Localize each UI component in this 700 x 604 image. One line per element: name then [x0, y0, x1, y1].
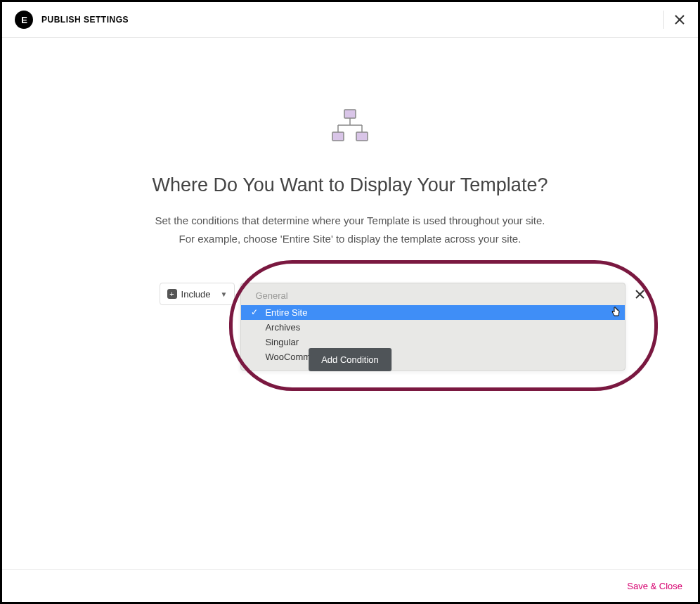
dropdown-group-label: General	[241, 288, 625, 305]
elementor-logo: E	[15, 11, 33, 29]
include-label: Include	[181, 289, 211, 300]
modal-footer: Save & Close	[2, 569, 698, 602]
dropdown-option-singular[interactable]: Singular	[241, 335, 625, 349]
page-title: Where Do You Want to Display Your Templa…	[2, 174, 698, 196]
close-icon[interactable]	[663, 11, 685, 29]
chevron-down-icon: ▼	[221, 290, 228, 298]
dropdown-option-archives[interactable]: Archives	[241, 320, 625, 335]
page-description: Set the conditions that determine where …	[2, 212, 698, 248]
add-condition-button[interactable]: Add Condition	[309, 348, 391, 371]
location-dropdown-container: General Entire Site Archives Singular Wo…	[240, 283, 626, 371]
option-label: Archives	[265, 322, 300, 333]
plus-icon: +	[167, 289, 177, 299]
include-exclude-select[interactable]: + Include ▼	[160, 283, 235, 305]
svg-rect-3	[332, 132, 344, 141]
remove-condition-icon[interactable]	[633, 283, 647, 305]
dropdown-option-entire-site[interactable]: Entire Site	[241, 305, 625, 320]
cursor-hand-icon	[611, 307, 621, 320]
description-line-2: For example, choose 'Entire Site' to dis…	[2, 230, 698, 248]
svg-rect-2	[344, 110, 356, 118]
dropdown-option-woocommerce[interactable]: WooCommerce	[241, 349, 625, 364]
location-dropdown[interactable]: General Entire Site Archives Singular Wo…	[240, 283, 626, 371]
logo-text: E	[21, 15, 27, 25]
save-close-button[interactable]: Save & Close	[627, 581, 682, 591]
svg-rect-4	[356, 132, 368, 141]
description-line-1: Set the conditions that determine where …	[2, 212, 698, 230]
modal-content: Where Do You Want to Display Your Templa…	[2, 38, 698, 371]
option-label: Entire Site	[265, 307, 307, 318]
hierarchy-icon	[331, 108, 369, 146]
modal-title: PUBLISH SETTINGS	[41, 15, 129, 25]
modal-header: E PUBLISH SETTINGS	[2, 2, 698, 38]
option-label: Singular	[265, 337, 299, 347]
